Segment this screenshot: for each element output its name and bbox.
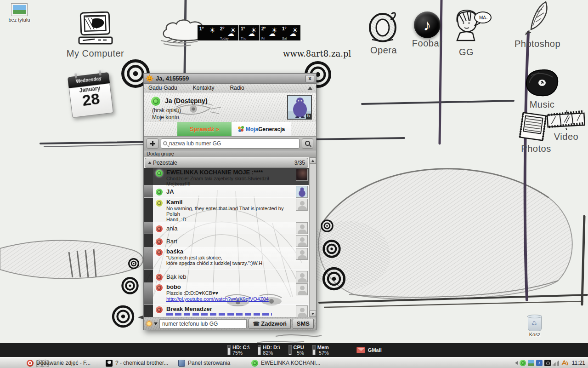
tray-collapse-icon[interactable] xyxy=(515,361,518,365)
monitor-hd-d: HD: D:\82% xyxy=(258,345,280,356)
computer-sketch-icon xyxy=(76,12,115,46)
desktop-icon-music[interactable]: Music xyxy=(519,69,565,110)
menu-bar: Gadu-Gadu Kontakty Radio xyxy=(144,84,316,92)
taskbar-item-chemical-brother[interactable]: ? - chemical brother... xyxy=(106,357,168,368)
contact-description: No warning, they enter that land That is… xyxy=(166,206,294,222)
scroll-down-button[interactable] xyxy=(310,310,316,317)
weather-widget[interactable]: 1° 2° Today 1° Thu 2° Fri 1° Sat xyxy=(198,25,301,40)
scroll-up-button[interactable] xyxy=(310,157,316,164)
contact-avatar xyxy=(296,271,308,283)
contact-name: JA xyxy=(166,188,294,195)
desktop-icon-bez-tytulu[interactable]: bez tytułu xyxy=(6,4,33,23)
contact-avatar xyxy=(296,283,308,295)
group-header-pozostale[interactable]: Pozostałe 3/35 xyxy=(145,158,308,168)
icon-label: Opera xyxy=(363,45,404,56)
wallpaper-url-text: www.8art8.za.pl xyxy=(283,49,351,58)
tray-volume-icon[interactable] xyxy=(544,360,551,366)
close-button[interactable]: x xyxy=(305,75,314,82)
contact-row-baska[interactable]: baśka "Uśmiech jest jak słońce, które sp… xyxy=(144,247,309,270)
own-avatar[interactable]: ↻ xyxy=(287,95,312,120)
contact-avatar xyxy=(296,186,308,198)
gmail-widget[interactable]: GMail xyxy=(356,347,382,353)
icon-label: Photoshop xyxy=(508,39,567,49)
taskbar-item-dodawanie-zdjec[interactable]: Dodawanie zdjęć - F... xyxy=(27,357,90,368)
contact-avatar xyxy=(296,248,308,260)
desktop-icon-opera[interactable]: Opera xyxy=(363,10,404,56)
image-thumbnail-icon xyxy=(11,4,27,16)
sms-button[interactable]: SMS xyxy=(293,319,314,329)
desktop-icon-kosz[interactable]: Kosz xyxy=(520,316,549,337)
tray-photos-icon[interactable] xyxy=(528,360,534,366)
speech-bubble-text: MA- xyxy=(479,15,487,20)
avatar-refresh-icon[interactable]: ↻ xyxy=(306,114,311,119)
contact-row-bart[interactable]: Bart xyxy=(144,234,309,247)
monitor-label: CPU xyxy=(294,345,304,350)
taskbar-item-ewelinka-chat[interactable]: EWELINKA KOCHANI... xyxy=(251,357,320,368)
add-contact-button[interactable] xyxy=(147,138,158,149)
penguin-avatar-image xyxy=(296,186,307,197)
my-account-link[interactable]: Moje konto xyxy=(152,114,179,121)
tab-sprawdz[interactable]: Sprawdź » xyxy=(177,122,232,136)
desktop-icon-photos[interactable]: Photos xyxy=(511,111,561,154)
calendar-widget[interactable]: Wednesday January 28 xyxy=(68,72,113,118)
gauge-icon xyxy=(227,345,231,355)
contact-row-kamil[interactable]: Kamil No warning, they enter that land T… xyxy=(144,198,309,222)
monitor-value: 75% xyxy=(232,350,249,356)
desktop-icon-foobar[interactable]: Foobar xyxy=(409,12,446,49)
icon-label: Kosz xyxy=(520,332,549,337)
status-online-icon xyxy=(156,170,163,177)
search-row xyxy=(144,136,316,150)
menu-radio[interactable]: Radio xyxy=(230,85,244,91)
dialer-dropdown-icon[interactable] xyxy=(154,322,158,325)
tray-foobar-icon[interactable] xyxy=(536,360,543,366)
status-available-icon[interactable] xyxy=(151,97,160,106)
menu-gadu-gadu[interactable]: Gadu-Gadu xyxy=(148,85,177,91)
status-panel: Ja (Dostępny) (brak opisu) Moje konto ↻ xyxy=(144,92,316,122)
contact-row-ewelinka[interactable]: EWELINKA KOCHANIE MOJE :**** Chodźcie! Z… xyxy=(144,168,309,185)
calendar-page: January 28 xyxy=(69,84,113,118)
call-button[interactable]: Zadzwoń xyxy=(249,319,291,329)
contact-row-ania[interactable]: ania xyxy=(144,222,309,234)
contact-list-scrollbar[interactable] xyxy=(309,157,316,317)
own-status-description[interactable]: (brak opisu) xyxy=(152,107,181,114)
contact-row-ja[interactable]: JA xyxy=(144,185,309,198)
contact-status-link[interactable]: http://pl.youtube.com/watch?v=VK9qfVO4Z0… xyxy=(166,296,269,302)
desktop-icon-gg[interactable]: MA- GG xyxy=(448,9,485,58)
weather-temp: 2° xyxy=(261,26,266,31)
tray-clock[interactable]: 11:21 xyxy=(572,360,585,366)
tab-mojageneracja[interactable]: MojaGeneracja xyxy=(232,122,291,136)
gauge-icon xyxy=(258,345,261,355)
weather-temp: 2° xyxy=(220,26,225,31)
gg-status-icon xyxy=(251,360,258,367)
taskbar-item-panel-sterowania[interactable]: Panel sterowania xyxy=(178,357,230,368)
monitor-value: 57% xyxy=(317,350,329,356)
cloud-icon xyxy=(248,29,255,38)
menu-kontakty[interactable]: Kontakty xyxy=(193,85,215,91)
tray-network-signal-icon[interactable] xyxy=(553,360,559,366)
bullseye-doodle xyxy=(322,267,346,291)
tabs-row: Sprawdź » MojaGeneracja xyxy=(144,122,316,136)
desktop-icon-photoshop[interactable]: Photoshop xyxy=(508,0,567,49)
rollup-arrow-icon[interactable] xyxy=(308,86,312,90)
status-offline-icon xyxy=(156,225,163,232)
contact-row-bobo[interactable]: bobo Piszcie :D:D:D♥KCB♥♥ http://pl.yout… xyxy=(144,282,309,305)
group-label: Pozostałe xyxy=(153,160,177,166)
add-group-label[interactable]: Dodaj grupę xyxy=(144,150,316,157)
tray-gg-icon[interactable] xyxy=(520,360,526,366)
status-away-icon xyxy=(156,200,163,207)
phone-number-input[interactable] xyxy=(159,319,247,328)
mojageneracja-logo-icon xyxy=(238,126,244,132)
search-button[interactable] xyxy=(302,138,313,149)
contact-name: bobo xyxy=(166,283,294,290)
search-icon xyxy=(163,141,167,145)
desktop-icon-my-computer[interactable]: My Computer xyxy=(64,12,126,59)
search-input[interactable] xyxy=(169,140,297,147)
opera-icon xyxy=(27,360,34,367)
window-titlebar[interactable]: Ja, 4155559 x xyxy=(144,74,316,84)
contact-row-bak-leb[interactable]: Bąk łeb xyxy=(144,270,309,282)
tray-sketch-app-icon[interactable] xyxy=(561,360,568,366)
taskbar: Dodawanie zdjęć - F... ? - chemical brot… xyxy=(0,357,588,368)
own-status-name[interactable]: Ja (Dostępny) xyxy=(165,97,208,104)
foobar-note-icon xyxy=(414,12,441,38)
contact-row-break-menadzer[interactable]: Break Menadzer xyxy=(144,305,309,317)
